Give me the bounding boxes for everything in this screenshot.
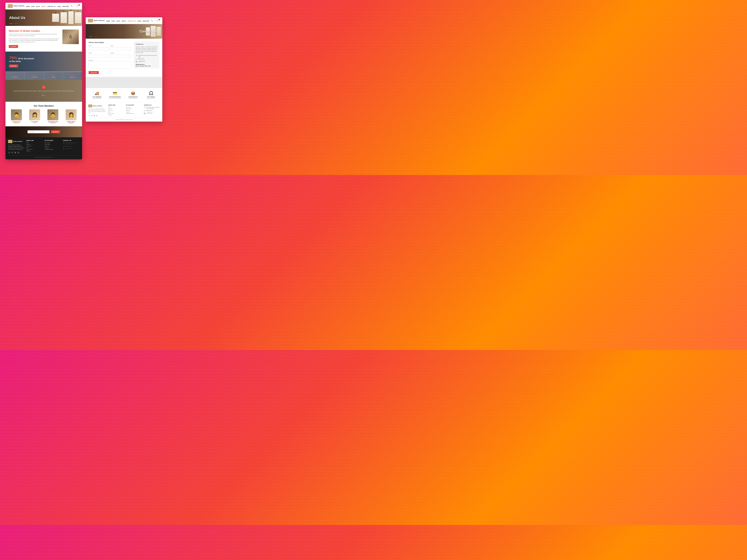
team-title: Our Team Members <box>8 105 79 107</box>
rcart-icon[interactable]: 🛒1 <box>156 20 160 22</box>
facebook-icon[interactable]: f <box>8 152 10 154</box>
form-input-subject[interactable] <box>110 55 131 58</box>
rfooter-contact: Contact Us 📍 322/52 Abort road, sety cit… <box>144 104 160 116</box>
right-window: BISIKA CANDLES HOME SHOP BLOG ABOUT CONT… <box>86 17 162 122</box>
rfooter-link-contact[interactable]: Contact Us <box>108 110 124 111</box>
footer-acc-shipping[interactable]: Shipping & Returns <box>45 149 61 150</box>
form-input-phone[interactable] <box>88 55 109 58</box>
rnav-register[interactable]: REGISTER <box>143 19 149 22</box>
rfooter-youtube-icon[interactable]: ▶ <box>93 115 95 116</box>
footer-link-sitemap[interactable]: Sitemap <box>26 151 43 152</box>
footer-myaccount-title: My Account <box>45 140 61 141</box>
learn-now-button[interactable]: Learn Now <box>9 45 18 48</box>
rfooter-facebook-icon[interactable]: f <box>88 115 90 116</box>
youtube-icon[interactable]: ▶ <box>14 152 17 154</box>
contact-info-col: Contact Us Welcome to ZenFome – Your Oas… <box>134 42 159 74</box>
footer-link-privacy[interactable]: Privacy Policy <box>26 149 43 150</box>
nav-contact[interactable]: CONTACT US <box>47 4 55 8</box>
dot-1[interactable] <box>42 95 44 96</box>
rnav-blog[interactable]: BLOG <box>117 19 120 22</box>
rsearch-icon[interactable]: 🔍 <box>151 20 153 22</box>
working-hours-title: Working hours <box>136 64 158 65</box>
rfooter-acc-compare[interactable]: Compare <box>126 111 142 112</box>
rfooter-acc-orders[interactable]: Order History <box>126 108 142 109</box>
rfooter-myaccount: My Account My Account Order History Wish… <box>126 104 142 116</box>
rfooter-link-privacy[interactable]: Privacy Policy <box>108 113 124 114</box>
rnav-contact[interactable]: CONTACT US <box>127 19 136 22</box>
newsletter-input[interactable] <box>28 130 49 133</box>
nav-blog[interactable]: BLOG <box>36 4 40 8</box>
footer-acc-wishlist[interactable]: Wish List <box>45 145 61 146</box>
rfooter-brand: BISIKA CANDLES Every candle in our colle… <box>88 104 106 116</box>
rfooter-phone: 📞 +468-3886-592 <box>144 112 160 114</box>
stat-projects: 70+ project done <box>5 72 25 80</box>
stat-coffee-number: 643 <box>26 74 42 76</box>
footer-acc-orders[interactable]: Order History <box>45 144 61 145</box>
rfooter-acc-shipping[interactable]: Shipping & Returns <box>126 113 142 114</box>
contact-breadcrumb-sep: > <box>93 36 93 37</box>
breadcrumb-home[interactable]: Home <box>9 23 12 24</box>
footer-link-home[interactable]: Home <box>26 142 43 143</box>
footer-logo-text: BISIKA CANDLES <box>13 141 22 142</box>
nav-register[interactable]: REGISTER <box>62 4 69 8</box>
footer-link-about[interactable]: About Us <box>26 144 43 145</box>
shop-now-button[interactable]: Shop Now <box>9 64 18 68</box>
testimonial-content: ❝ Exceptional craftsmanship and enchanti… <box>8 85 80 96</box>
nav-shop[interactable]: SHOP <box>31 4 35 8</box>
search-icon[interactable]: 🔍 <box>71 5 73 7</box>
footer-acc-compare[interactable]: Compare <box>45 147 61 148</box>
rfooter-link-about[interactable]: About Us <box>108 108 124 109</box>
stat-coffee: 643 cups of coffee <box>25 72 44 80</box>
team-card-0: 👨 SANTOSH LUMA MANAGER <box>8 109 25 124</box>
footer-social: f t ▶ g <box>8 152 25 154</box>
rfooter-twitter-icon[interactable]: t <box>91 115 93 116</box>
rfooter-link-sitemap[interactable]: Sitemap <box>108 114 124 115</box>
footer-link-contact[interactable]: Contact Us <box>26 145 43 146</box>
rfooter-phone-text: +468-3886-592 <box>146 112 152 114</box>
team-avatar-3: 👩 <box>66 109 77 120</box>
google-icon[interactable]: g <box>17 152 20 154</box>
rfooter-link-home[interactable]: Home <box>108 107 124 108</box>
nav-login[interactable]: LOGIN <box>57 4 61 8</box>
wishlist-icon[interactable]: ♡ <box>74 5 75 7</box>
rfooter-address: 📍 322/52 Abort road, sety city New work,… <box>144 107 160 109</box>
nav-about[interactable]: ABOUT <box>42 4 46 8</box>
dot-2[interactable] <box>44 95 45 96</box>
subscribe-button[interactable]: Subscribe <box>51 130 60 133</box>
feature-returns: 📦 14 Day Returns Shop with confidence <box>125 91 141 99</box>
footer-acc-myaccount[interactable]: My Account <box>45 142 61 143</box>
send-email-button[interactable]: Send Email <box>88 71 99 74</box>
working-hours-text: Monday – Saturday: 08AM – 22PM <box>136 65 158 66</box>
nav-home[interactable]: HOME <box>26 4 30 8</box>
team-card-3: 👩 SOPHIA GARCIA DESIGNER <box>63 109 79 124</box>
form-group-email: Email * <box>110 45 131 50</box>
rwishlist-icon[interactable]: ♡ <box>154 20 155 22</box>
rnav-home[interactable]: HOME <box>106 19 110 22</box>
rfooter-email-icon: ✉ <box>144 110 145 112</box>
form-input-email[interactable] <box>110 47 131 50</box>
team-role-0: MANAGER <box>8 122 25 124</box>
rnav-shop[interactable]: SHOP <box>111 19 115 22</box>
form-input-name[interactable] <box>88 47 109 50</box>
rfooter-link-blog[interactable]: Blog <box>108 111 124 112</box>
rfooter-acc-wishlist[interactable]: Wish List <box>126 110 142 111</box>
footer-brand-desc: Every candle in our collection is meticu… <box>8 144 25 150</box>
twitter-icon[interactable]: t <box>11 152 13 154</box>
rmap-icon: 📍 <box>136 55 137 56</box>
contact-hero: Contact Us Home > Contact <box>86 24 162 38</box>
about-title: Welcome To Bisika Candles <box>9 29 60 32</box>
rfooter-acc-myaccount[interactable]: My Account <box>126 107 142 108</box>
rnav-about[interactable]: ABOUT <box>122 19 126 22</box>
nav-links-left: HOME SHOP BLOG ABOUT CONTACT US LOGIN RE… <box>26 4 69 8</box>
navbar-left: BISIKA CANDLES HOME SHOP BLOG ABOUT CONT… <box>5 3 82 9</box>
hero-title-left: About Us <box>9 16 25 20</box>
logo-left[interactable]: BISIKA CANDLES <box>8 4 24 8</box>
rnav-login[interactable]: LOGIN <box>137 19 141 22</box>
rfooter-google-icon[interactable]: g <box>96 115 98 116</box>
cart-icon[interactable]: 🛒1 <box>76 5 80 7</box>
footer-link-blog[interactable]: Blog <box>26 147 43 148</box>
contact-breadcrumb-home[interactable]: Home <box>89 36 92 37</box>
form-input-message[interactable] <box>88 61 131 69</box>
breadcrumb-current: About <box>15 23 18 24</box>
logo-right[interactable]: BISIKA CANDLES <box>88 19 104 22</box>
